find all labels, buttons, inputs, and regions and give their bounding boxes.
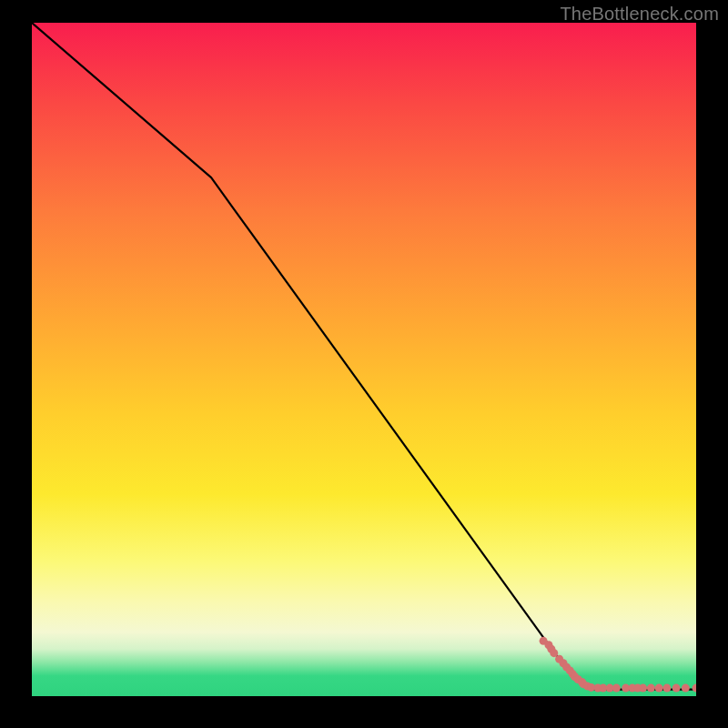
- scatter-point: [612, 684, 621, 693]
- chart-overlay: [32, 23, 696, 696]
- scatter-point: [662, 684, 671, 693]
- scatter-point: [672, 684, 681, 693]
- scatter-point: [682, 684, 690, 693]
- scatter-point: [639, 684, 647, 693]
- trend-line: [32, 23, 696, 690]
- frame-left: [0, 0, 32, 728]
- chart-stage: TheBottleneck.com: [0, 0, 728, 728]
- plot-area: [32, 23, 696, 696]
- frame-right: [696, 0, 728, 728]
- scatter-series: [540, 637, 696, 693]
- watermark-text: TheBottleneck.com: [560, 4, 719, 25]
- line-series: [32, 23, 696, 690]
- frame-bottom: [0, 696, 728, 728]
- scatter-point: [647, 684, 655, 693]
- scatter-point: [655, 684, 663, 693]
